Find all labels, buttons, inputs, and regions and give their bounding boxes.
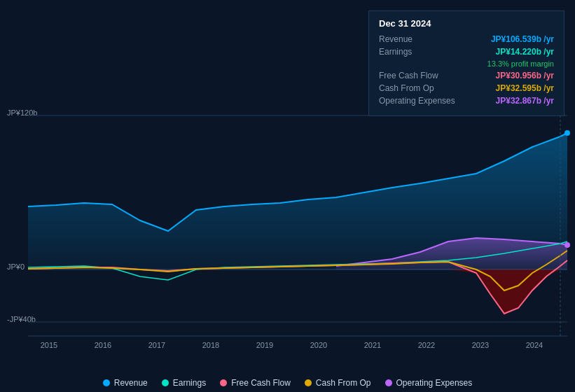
tooltip-fcf-row: Free Cash Flow JP¥30.956b /yr	[379, 71, 554, 80]
legend-opex-label: Operating Expenses	[396, 378, 473, 388]
legend-cashfromop-label: Cash From Op	[316, 378, 371, 388]
x-label-2020: 2020	[310, 341, 327, 349]
tooltip-cashfromop-row: Cash From Op JP¥32.595b /yr	[379, 83, 554, 93]
legend-opex-dot	[385, 379, 392, 386]
x-label-2015: 2015	[41, 341, 57, 349]
opex-dot	[564, 242, 570, 248]
tooltip-profit-margin: 13.3% profit margin	[379, 59, 554, 68]
legend-fcf[interactable]: Free Cash Flow	[220, 378, 291, 388]
legend-revenue[interactable]: Revenue	[103, 378, 148, 388]
tooltip-earnings-label: Earnings	[379, 47, 412, 57]
x-label-2022: 2022	[418, 341, 435, 349]
tooltip-cashfromop-label: Cash From Op	[379, 83, 434, 93]
tooltip-revenue-value: JP¥106.539b /yr	[491, 34, 554, 44]
x-label-2019: 2019	[256, 341, 273, 349]
legend-revenue-dot	[103, 379, 110, 386]
legend-fcf-label: Free Cash Flow	[231, 378, 291, 388]
tooltip-date: Dec 31 2024	[379, 18, 554, 29]
tooltip-opex-row: Operating Expenses JP¥32.867b /yr	[379, 96, 554, 106]
legend-cashfromop-dot	[305, 379, 312, 386]
revenue-dot	[564, 130, 570, 136]
x-label-2023: 2023	[472, 341, 489, 349]
tooltip-earnings-value: JP¥14.220b /yr	[496, 47, 554, 57]
tooltip-revenue-row: Revenue JP¥106.539b /yr	[379, 34, 554, 44]
data-tooltip: Dec 31 2024 Revenue JP¥106.539b /yr Earn…	[368, 10, 564, 116]
tooltip-opex-value: JP¥32.867b /yr	[496, 96, 554, 106]
fcf-negative-fill	[448, 270, 560, 315]
legend-earnings-dot	[162, 379, 169, 386]
legend-revenue-label: Revenue	[114, 378, 148, 388]
tooltip-cashfromop-value: JP¥32.595b /yr	[496, 83, 554, 93]
legend-opex[interactable]: Operating Expenses	[385, 378, 473, 388]
x-label-2024: 2024	[526, 341, 543, 349]
legend-cashfromop[interactable]: Cash From Op	[305, 378, 371, 388]
tooltip-opex-label: Operating Expenses	[379, 96, 455, 106]
x-label-2021: 2021	[364, 341, 381, 349]
tooltip-fcf-label: Free Cash Flow	[379, 71, 438, 80]
legend-earnings[interactable]: Earnings	[162, 378, 206, 388]
legend-fcf-dot	[220, 379, 227, 386]
x-label-2018: 2018	[202, 341, 219, 349]
legend-earnings-label: Earnings	[173, 378, 206, 388]
tooltip-fcf-value: JP¥30.956b /yr	[496, 71, 554, 80]
tooltip-earnings-row: Earnings JP¥14.220b /yr	[379, 47, 554, 57]
x-label-2016: 2016	[95, 341, 111, 349]
chart-legend: Revenue Earnings Free Cash Flow Cash Fro…	[0, 374, 575, 392]
tooltip-revenue-label: Revenue	[379, 34, 413, 44]
x-label-2017: 2017	[148, 341, 165, 349]
